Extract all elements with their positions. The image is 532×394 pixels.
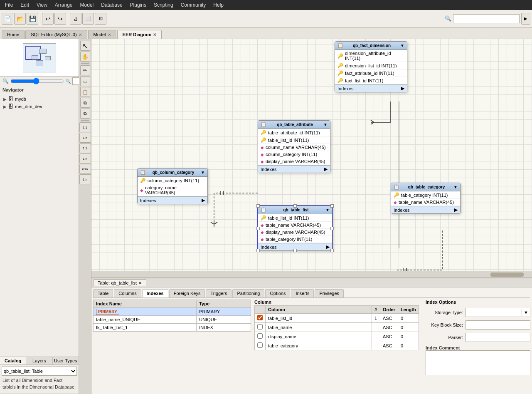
resize-handle-bm[interactable] (293, 249, 297, 252)
indexes-arrow-tbl-cat[interactable]: ▶ (454, 207, 458, 213)
tool-rel-1-n[interactable]: 1:n (79, 133, 91, 143)
idx-row-primary[interactable]: PRIMARY PRIMARY (94, 308, 251, 316)
resize-handle-bl[interactable] (256, 249, 260, 252)
eer-indexes-fact-dim[interactable]: Indexes ▶ (335, 84, 407, 92)
resize-handle-tm[interactable] (293, 204, 297, 208)
ed-tab-inserts[interactable]: Inserts (291, 289, 314, 297)
resize-handle-mr[interactable] (330, 227, 334, 230)
ed-tab-foreign-keys[interactable]: Foreign Keys (169, 289, 205, 297)
h-scroll-thumb[interactable] (490, 273, 524, 277)
eer-canvas[interactable]: 📋 qb_fact_dimension ▼ 🔑 dimension_attrib… (91, 39, 532, 278)
tree-item-mei-dim-dev[interactable]: ▶ 🗄 mei_dim_dev (2, 103, 77, 110)
icol-check-tbl-cat[interactable] (255, 341, 266, 350)
ed-tab-columns[interactable]: Columns (114, 289, 141, 297)
indexes-arrow-fact-dim[interactable]: ▶ (401, 86, 404, 91)
eer-table-expand-tbl-list[interactable]: ▼ (325, 208, 330, 212)
menu-edit[interactable]: Edit (17, 1, 32, 9)
icol-checkbox-disp-name[interactable] (257, 333, 263, 339)
eer-table-qb-table-list[interactable]: 📋 qb_table_list ▼ 🔑 table_list_id INT(11… (258, 206, 332, 251)
tool-rel-1-1[interactable]: 1:1 (79, 122, 91, 132)
idx-row-fk[interactable]: fk_Table_List_1 INDEX (94, 324, 251, 332)
model-button[interactable]: ⊡ (95, 13, 106, 25)
tool-hand[interactable]: ✋ (80, 52, 90, 62)
sidebar-tab-layers[interactable]: Layers (26, 357, 52, 364)
open-button[interactable]: 📂 (14, 13, 26, 25)
idx-row-unique[interactable]: table_name_UNIQUE UNIQUE (94, 316, 251, 324)
tool-rel-nm[interactable]: n:m (79, 164, 91, 174)
ed-tab-indexes[interactable]: Indexes (142, 289, 168, 297)
parser-input[interactable] (466, 333, 530, 342)
menu-model[interactable]: Model (77, 1, 97, 9)
zoom-out-icon[interactable]: 🔍 (2, 78, 9, 84)
zoom-slider[interactable] (10, 78, 64, 84)
tab-sql-editor[interactable]: SQL Editor (MySQL-0) ✕ (25, 30, 87, 39)
zoom-in-icon[interactable]: 🔍 (66, 79, 71, 84)
indexes-arrow-col-cat[interactable]: ▶ (202, 198, 205, 203)
index-comment-input[interactable] (426, 350, 530, 375)
eer-table-qb-column-category[interactable]: 📋 qb_column_category ▼ 🔑 column_category… (137, 168, 208, 204)
tool-eraser[interactable]: ✏ (80, 65, 90, 75)
menu-community[interactable]: Community (177, 1, 209, 9)
menu-database[interactable]: Database (98, 1, 126, 9)
eer-table-expand-tbl-cat[interactable]: ▼ (453, 185, 458, 189)
object-selector[interactable]: qb_table_list: Table (2, 367, 77, 376)
resize-handle-br[interactable] (330, 249, 334, 252)
save-button[interactable]: 💾 (27, 13, 38, 25)
menu-arrange[interactable]: Arrange (52, 1, 76, 9)
redo-button[interactable]: ↪ (54, 13, 66, 25)
ed-tab-privileges[interactable]: Privileges (315, 289, 344, 297)
tab-model-close[interactable]: ✕ (108, 32, 111, 37)
menu-view[interactable]: View (33, 1, 51, 9)
resize-handle-tr[interactable] (330, 204, 334, 208)
search-input[interactable] (453, 14, 520, 23)
search-execute-button[interactable]: ▶ (521, 13, 530, 25)
table-tab-qb-table-list[interactable]: Table: qb_table_list ✕ (93, 279, 146, 286)
ed-tab-partitioning[interactable]: Partitioning (232, 289, 264, 297)
tab-eer-diagram-close[interactable]: ✕ (153, 32, 156, 37)
eer-indexes-tbl-attr[interactable]: Indexes ▶ (258, 165, 330, 173)
tab-eer-diagram[interactable]: EER Diagram ✕ (117, 30, 162, 39)
eer-table-qb-fact-dimension[interactable]: 📋 qb_fact_dimension ▼ 🔑 dimension_attrib… (335, 41, 407, 92)
icol-checkbox-tbl-cat[interactable] (257, 342, 263, 348)
undo-button[interactable]: ↩ (42, 13, 54, 25)
new-button[interactable]: 📄 (2, 13, 13, 25)
tool-rel-1-1b[interactable]: 1:1 (79, 143, 91, 153)
tool-note[interactable]: 📋 (80, 87, 90, 97)
eer-indexes-col-cat[interactable]: Indexes ▶ (138, 196, 207, 204)
eer-table-qb-table-attribute[interactable]: 📋 qb_table_attribute ▼ 🔑 table_attribute… (258, 120, 330, 173)
sidebar-tab-catalog[interactable]: Catalog (0, 357, 26, 364)
eer-indexes-tbl-cat[interactable]: Indexes ▶ (391, 206, 460, 213)
icol-checkbox-tbl-name[interactable] (257, 324, 263, 330)
tool-rel-1-nb[interactable]: 1:n (79, 154, 91, 164)
resize-handle-ml[interactable] (256, 227, 260, 230)
sidebar-tab-user-types[interactable]: User Types (53, 357, 79, 364)
menu-plugins[interactable]: Plugins (127, 1, 150, 9)
menu-file[interactable]: File (2, 1, 16, 9)
tab-sql-editor-close[interactable]: ✕ (79, 32, 82, 37)
icol-checkbox-list-id[interactable] (257, 315, 263, 320)
menu-help[interactable]: Help (210, 1, 227, 9)
eer-table-expand-fact-dim[interactable]: ▼ (400, 43, 404, 48)
eer-table-expand-tbl-attr[interactable]: ▼ (323, 122, 328, 127)
icol-check-list-id[interactable] (255, 314, 266, 323)
ed-tab-table[interactable]: Table (93, 289, 113, 297)
tab-model[interactable]: Model ✕ (88, 30, 116, 39)
eer-table-qb-table-category[interactable]: 📋 qb_table_category ▼ 🔑 table_category I… (391, 183, 461, 214)
icol-check-disp-name[interactable] (255, 332, 266, 341)
indexes-arrow-tbl-attr[interactable]: ▶ (324, 166, 328, 172)
screenshot-button[interactable]: ⬜ (82, 13, 94, 25)
h-scrollbar[interactable] (91, 271, 532, 278)
tool-copy[interactable]: ⧉ (80, 109, 90, 119)
resize-handle-tl[interactable] (256, 204, 260, 208)
tab-home[interactable]: Home (2, 30, 25, 39)
storage-type-dropdown-arrow[interactable]: ▼ (522, 309, 530, 316)
ed-tab-triggers[interactable]: Triggers (206, 289, 232, 297)
tool-layer[interactable]: ⧉ (80, 98, 90, 108)
print-button[interactable]: 🖨 (70, 13, 81, 25)
table-tab-close[interactable]: ✕ (138, 281, 142, 285)
tool-rect[interactable]: ▭ (80, 76, 90, 86)
menu-scripting[interactable]: Scripting (150, 1, 177, 9)
tool-rel-1-nc[interactable]: 1:n (79, 174, 91, 184)
key-block-input[interactable]: 0 (466, 320, 530, 330)
eer-table-expand-col-cat[interactable]: ▼ (201, 170, 205, 175)
